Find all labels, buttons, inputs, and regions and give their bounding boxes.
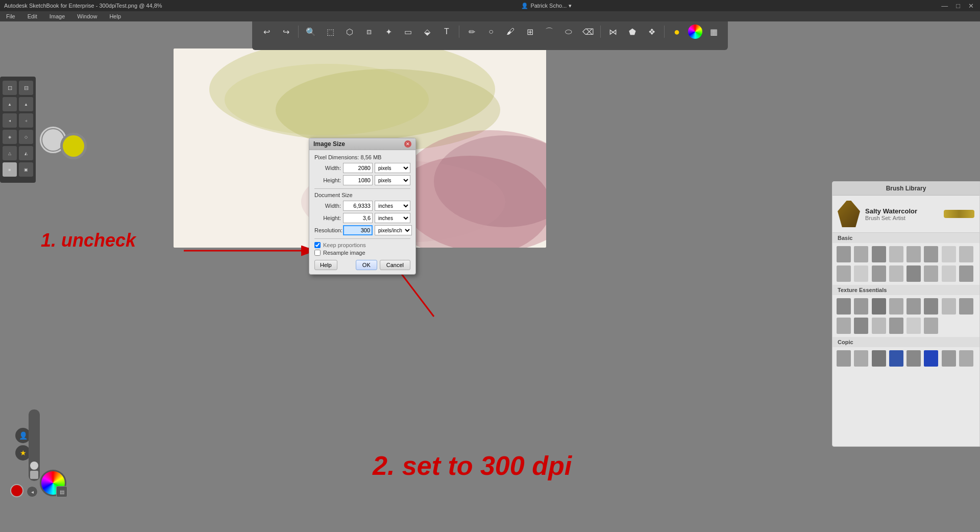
brush-item[interactable] (872, 318, 886, 334)
panel-btn-1[interactable]: ⊡ (3, 81, 17, 95)
brush-item[interactable] (942, 246, 956, 262)
tool-btn-1[interactable]: ◂ (3, 113, 17, 128)
tool-btn-4[interactable]: ◇ (19, 130, 33, 144)
brush-item[interactable] (959, 246, 973, 262)
redo-button[interactable]: ↪ (278, 23, 294, 40)
brush-item[interactable] (837, 265, 851, 282)
brush-item[interactable] (837, 318, 851, 334)
brush-tool[interactable]: 🖌 (502, 23, 519, 40)
undo-circle-button[interactable] (10, 484, 23, 497)
brush-item[interactable] (924, 298, 938, 315)
brush-item[interactable] (924, 350, 938, 367)
doc-width-unit-select[interactable]: inches (375, 201, 410, 211)
brush-item[interactable] (889, 246, 903, 262)
oval-tool[interactable]: ⬭ (560, 23, 577, 40)
magic-wand[interactable]: ⬙ (419, 23, 435, 40)
pixel-width-input[interactable] (343, 163, 373, 173)
doc-width-input[interactable] (343, 201, 373, 211)
menu-edit[interactable]: Edit (26, 12, 39, 20)
menu-file[interactable]: File (4, 12, 17, 20)
brush-item[interactable] (942, 265, 956, 282)
brush-item[interactable] (959, 298, 973, 315)
brush-item[interactable] (942, 298, 956, 315)
menu-window[interactable]: Window (75, 12, 99, 20)
close-button[interactable]: ✕ (966, 2, 976, 10)
resolution-input[interactable] (343, 225, 373, 235)
brush-item[interactable] (906, 246, 921, 262)
layer-manager[interactable]: ▦ (705, 23, 722, 40)
brush-item[interactable] (924, 265, 938, 282)
brush-item[interactable] (872, 246, 886, 262)
panel-btn-2[interactable]: ⊟ (19, 81, 33, 95)
color-picker[interactable]: ● (669, 23, 685, 40)
undo-button[interactable]: ↩ (258, 23, 275, 40)
transform-tool[interactable]: ✦ (380, 23, 397, 40)
pixel-height-input[interactable] (343, 175, 373, 185)
brush-item[interactable] (889, 350, 903, 367)
brush-item[interactable] (889, 298, 903, 315)
tool-btn-3[interactable]: ◈ (3, 130, 17, 144)
brush-item[interactable] (889, 265, 903, 282)
brush-item[interactable] (837, 350, 851, 367)
pixel-height-unit-select[interactable]: pixels (375, 175, 410, 185)
cancel-button[interactable]: Cancel (380, 260, 410, 270)
brush-item[interactable] (872, 350, 886, 367)
pixel-width-unit-select[interactable]: pixels (375, 163, 410, 173)
brush-item[interactable] (837, 246, 851, 262)
brush-btn-1[interactable]: ▲ (3, 97, 17, 111)
image-size-dialog[interactable]: Image Size ✕ Pixel Dimensions: 8,56 MB W… (309, 138, 416, 275)
brush-item[interactable] (854, 318, 868, 334)
brush-item[interactable] (854, 350, 868, 367)
lasso-tool[interactable]: ⬡ (341, 23, 358, 40)
arc-tool[interactable] (29, 409, 40, 481)
brush-item[interactable] (959, 265, 973, 282)
brush-item[interactable] (854, 265, 868, 282)
fill-color-btn[interactable]: ▣ (19, 162, 33, 177)
symmetry-tool[interactable]: ⋈ (605, 23, 621, 40)
keep-proportions-checkbox[interactable] (314, 242, 321, 248)
brush-item[interactable] (906, 265, 921, 282)
resample-checkbox[interactable] (314, 250, 321, 256)
brush-item[interactable] (924, 318, 938, 334)
fill-btn-1[interactable]: △ (3, 146, 17, 160)
doc-height-input[interactable] (343, 213, 373, 223)
brush-item[interactable] (854, 298, 868, 315)
menu-help[interactable]: Help (107, 12, 123, 20)
brush-item[interactable] (906, 350, 921, 367)
ruler-tool[interactable]: ⌫ (580, 23, 596, 40)
layers-button[interactable]: ▤ (56, 486, 67, 497)
zoom-tool[interactable]: 🔍 (303, 23, 319, 40)
flood-fill[interactable]: ⬟ (624, 23, 641, 40)
dialog-close-button[interactable]: ✕ (404, 140, 411, 148)
brush-item[interactable] (889, 318, 903, 334)
brush-item[interactable] (906, 318, 921, 334)
minimize-button[interactable]: — (939, 2, 950, 10)
eraser-btn[interactable]: ■ (3, 162, 17, 177)
brush-item[interactable] (942, 350, 956, 367)
brush-item[interactable] (837, 298, 851, 315)
curve-tool[interactable]: ⌒ (541, 23, 557, 40)
stamp-tool[interactable]: ❖ (644, 23, 660, 40)
brush-item[interactable] (854, 246, 868, 262)
resolution-unit-select[interactable]: pixels/inch (375, 225, 412, 235)
color-wheel-icon[interactable] (688, 25, 702, 39)
tool-btn-2[interactable]: ◃ (19, 113, 33, 128)
crop-tool[interactable]: ⧈ (361, 23, 377, 40)
selection-tool[interactable]: ⬚ (322, 23, 338, 40)
brush-item[interactable] (872, 298, 886, 315)
rect-select[interactable]: ▭ (400, 23, 416, 40)
ok-button[interactable]: OK (356, 260, 377, 270)
brush-item[interactable] (959, 350, 973, 367)
maximize-button[interactable]: □ (954, 2, 962, 10)
brush-btn-2[interactable]: ▲ (19, 97, 33, 111)
help-button[interactable]: Help (314, 260, 337, 270)
doc-height-unit-select[interactable]: inches (375, 213, 410, 223)
menu-image[interactable]: Image (47, 12, 67, 20)
circle-tool[interactable]: ○ (483, 23, 499, 40)
brush-item[interactable] (872, 265, 886, 282)
brush-item[interactable] (924, 246, 938, 262)
secondary-color-swatch[interactable] (60, 133, 87, 159)
text-tool[interactable]: T (438, 23, 455, 40)
nav-left-button[interactable]: ◂ (27, 486, 38, 497)
grid-tool[interactable]: ⊞ (522, 23, 538, 40)
